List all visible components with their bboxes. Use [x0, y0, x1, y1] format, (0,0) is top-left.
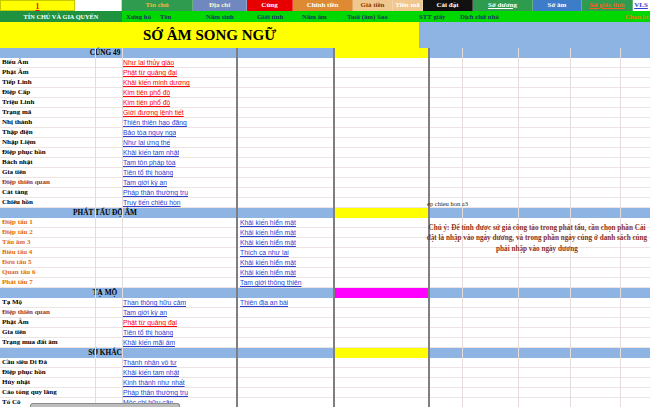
- petition-link[interactable]: Kim tiên phổ độ: [123, 88, 170, 98]
- petition-link[interactable]: Thánh nhân vô tư: [123, 358, 177, 368]
- header-col-label: Năm âm: [302, 11, 327, 22]
- row-label: Điệp tấu 1: [2, 218, 95, 228]
- petition-link[interactable]: Thích ca như lai: [240, 248, 289, 258]
- tab-cung[interactable]: Cúng: [247, 0, 293, 11]
- sheet-tab-stub[interactable]: [30, 403, 180, 407]
- petition-link[interactable]: Pháp thân thường trụ: [123, 188, 188, 198]
- row-label: Húy nhật: [2, 378, 95, 388]
- petition-link[interactable]: Như lai thủy giáo: [123, 58, 174, 68]
- petition-link[interactable]: Phật từ quảng đại: [123, 68, 177, 78]
- row-label: Đơn tấu 5: [2, 258, 95, 268]
- blank-cell[interactable]: [75, 0, 122, 11]
- page-title: SỚ ÂM SONG NGỮ: [0, 22, 419, 48]
- highlight-cell: [334, 208, 429, 218]
- petition-link[interactable]: Khải kiến hiển mật: [240, 218, 296, 228]
- petition-link[interactable]: Pháp thân thường trụ: [123, 388, 188, 398]
- table-row: Điệp CấpKim tiên phổ độ: [0, 88, 650, 98]
- table-row: Biểu ÂmNhư lai thủy giáo: [0, 58, 650, 68]
- petition-link[interactable]: Khải kiến tam nhật: [123, 148, 179, 158]
- tab-so-am[interactable]: Sớ âm: [533, 0, 582, 11]
- row-label: Biểu tấu 4: [2, 248, 95, 258]
- petition-link[interactable]: Thiên địa an bài: [240, 298, 288, 308]
- header-col-label: Dịch chữ nhỏ: [460, 11, 499, 22]
- petition-link[interactable]: Tam tôn pháp tòa: [123, 158, 176, 168]
- section-band-ta-mo: TẠ MỘ: [0, 288, 650, 298]
- petition-link[interactable]: Tam giới kỳ an: [123, 178, 167, 188]
- petition-link[interactable]: Tam giới thông thiên: [240, 278, 302, 288]
- row-label: Tấu âm 3: [2, 238, 95, 248]
- petition-link[interactable]: Tiên tổ thị hoàng: [123, 168, 173, 178]
- header-col-label: Tên: [160, 11, 171, 22]
- row-label: Điệp thiên quan: [2, 178, 95, 188]
- ep-chieu-hon-note: ep chieu hon a3: [427, 199, 468, 208]
- row-label: Điệp Cấp: [2, 88, 95, 98]
- table-row: Bách nhậtTam tôn pháp tòa: [0, 158, 650, 168]
- tab-so-giac-linh[interactable]: Sớ giác linh: [582, 0, 633, 11]
- row-label: Trạng mã: [2, 108, 95, 118]
- petition-link[interactable]: Khải kiến mãi âm: [123, 338, 175, 348]
- section-title: TẠ MỘ: [0, 288, 210, 298]
- petition-link[interactable]: Khải kiến minh dương: [123, 78, 190, 88]
- table-row: Trạng mãGiới đương lệnh tiết: [0, 108, 650, 118]
- petition-link[interactable]: Bảo tòa nguy nga: [123, 128, 176, 138]
- petition-link[interactable]: Kim tiên phổ độ: [123, 98, 170, 108]
- petition-link[interactable]: Tiên tổ thị hoàng: [123, 328, 173, 338]
- notice-text: Chú ý: Để tính được sứ giả công tào tron…: [424, 223, 650, 254]
- tab-gia-tien[interactable]: Giá tiền: [353, 0, 393, 11]
- row-label: Phát tấu 7: [2, 278, 95, 288]
- section-title: PHÁT TẤU ĐỘ ÂM: [0, 208, 210, 218]
- petition-link[interactable]: Giới đương lệnh tiết: [123, 108, 184, 118]
- petition-link[interactable]: Kinh thành như nhất: [123, 378, 185, 388]
- row-label: Điệp phục hồn: [2, 148, 95, 158]
- tab-cai-dat[interactable]: Cài đặt: [423, 0, 473, 11]
- table-row: Nhập LiệmNhư lai ứng thế: [0, 138, 650, 148]
- print-select-label[interactable]: Chọn in: [625, 11, 648, 22]
- table-row: Gia tiênTiên tổ thị hoàng: [0, 168, 650, 178]
- row-label: Điệp thiên quan: [2, 308, 95, 318]
- table-row: Cát tángPháp thân thường trụ: [0, 188, 650, 198]
- tab-tin-chu[interactable]: Tín chủ: [122, 0, 193, 11]
- petition-link[interactable]: Khải kiến hiển mật: [240, 238, 296, 248]
- row-label: Bách nhật: [2, 158, 95, 168]
- table-row: Điệp thiên quanTam giới kỳ an: [0, 308, 650, 318]
- row-label: Cát táng: [2, 188, 95, 198]
- tab-dia-chi[interactable]: Địa chỉ: [193, 0, 247, 11]
- petition-link[interactable]: Khải kiến tam nhật: [123, 368, 179, 378]
- table-row: Thập điệnBảo tòa nguy nga: [0, 128, 650, 138]
- table-row: Điệp thiên quanTam giới kỳ an: [0, 178, 650, 188]
- row-label: Cầu siêu Di Đà: [2, 358, 95, 368]
- index-cell[interactable]: 1: [0, 0, 75, 11]
- table-row: Húy nhậtKinh thành như nhất: [0, 378, 650, 388]
- section-band-cung-49: CÚNG 49: [0, 48, 650, 58]
- petition-link[interactable]: Thiên thiên hạo đãng: [123, 118, 187, 128]
- row-label: Tiếp Linh: [2, 78, 95, 88]
- grid-line: [95, 48, 96, 407]
- header-col-label: Giới tính: [257, 11, 283, 22]
- petition-link[interactable]: Phật từ quảng đại: [123, 318, 177, 328]
- petition-link[interactable]: Tam giới kỳ an: [123, 308, 167, 318]
- petition-link[interactable]: Khải kiến hiển mật: [240, 228, 296, 238]
- table-row: Nhị thánhThiên thiên hạo đãng: [0, 118, 650, 128]
- highlight-cell: [334, 48, 429, 58]
- table-row: Cầu siêu Di ĐàThánh nhân vô tư: [0, 358, 650, 368]
- tab-so-duong[interactable]: Sớ dương: [473, 0, 533, 11]
- toolbar-tabs: 1 Tín chủĐịa chỉCúngChỉnh tiềnGiá tiềnTi…: [0, 0, 650, 11]
- table-row: Chiêu hồnTruy tiến chiêu hồn: [0, 198, 650, 208]
- column-border: [333, 48, 335, 407]
- petition-link[interactable]: Khải kiến hiển mật: [240, 268, 296, 278]
- table-row: Điệp phục hồnKhải kiến tam nhật: [0, 148, 650, 158]
- table-row: Phát tấu 7Tam giới thông thiên: [0, 278, 650, 288]
- table-row: Phật ÂmPhật từ quảng đại: [0, 68, 650, 78]
- tab-tien-ma[interactable]: Tiền mã: [393, 0, 423, 11]
- petition-link[interactable]: Truy tiến chiêu hồn: [123, 198, 181, 208]
- table-row: Cáo tổng quy lăngPháp thân thường trụ: [0, 388, 650, 398]
- table-row: Triệu LinhKim tiên phổ độ: [0, 98, 650, 108]
- table-row: Quan tấu 6Khải kiến hiển mật: [0, 268, 650, 278]
- tab-chinh-tien[interactable]: Chỉnh tiền: [293, 0, 353, 11]
- petition-link[interactable]: Thần thông hữu cảm: [123, 298, 186, 308]
- tab-vls[interactable]: VLS: [633, 0, 650, 11]
- petition-link[interactable]: Như lai ứng thế: [123, 138, 170, 148]
- petition-link[interactable]: Khải kiến hiển mật: [240, 258, 296, 268]
- row-label: Tạ Mộ: [2, 298, 95, 308]
- row-label: Điệp phục hồn: [2, 368, 95, 378]
